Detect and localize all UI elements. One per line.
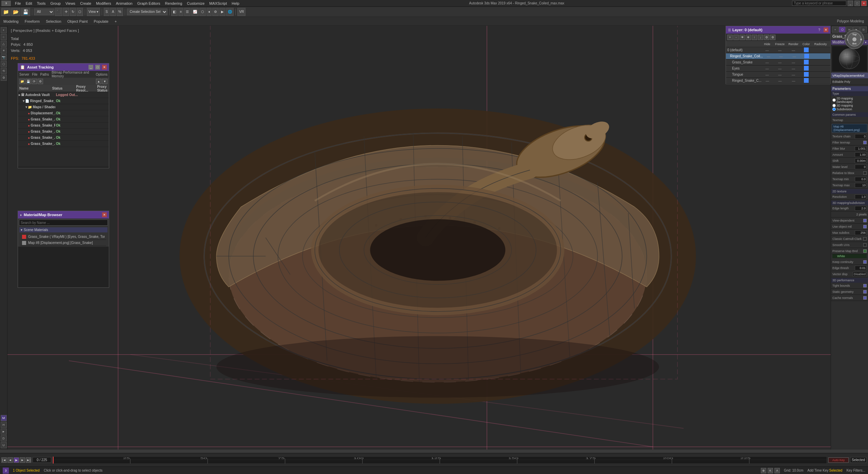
ribbon-selection[interactable]: Selection: [44, 19, 63, 24]
frame-counter[interactable]: 0 / 225: [33, 457, 51, 463]
asset-menu-paths[interactable]: Paths: [40, 73, 49, 76]
asset-menu-file[interactable]: File: [32, 73, 37, 76]
menu-modifiers[interactable]: Modifiers: [94, 1, 113, 6]
asset-menu-bitmap[interactable]: Bitmap Performance and Memory: [52, 71, 93, 78]
render-btn[interactable]: ▶: [219, 8, 225, 16]
menu-file[interactable]: File: [13, 1, 23, 6]
layer-row-ringed[interactable]: Ringed_Snake_C... — — —: [726, 78, 830, 84]
asset-add-btn[interactable]: 📁: [19, 79, 25, 84]
menu-help[interactable]: Help: [230, 1, 241, 6]
tab-create[interactable]: +: [832, 26, 839, 33]
prev-frame-btn[interactable]: ◄: [7, 457, 13, 463]
table-row[interactable]: ■ Grass_Snake_... Ok: [18, 129, 109, 135]
maximize-btn[interactable]: □: [854, 1, 860, 6]
sidebar-icon-display[interactable]: D: [1, 435, 7, 441]
scene-materials-section[interactable]: ▾ Scene Materials: [19, 227, 107, 232]
view-dep-check[interactable]: [863, 219, 867, 222]
table-row[interactable]: ■ Grass_Snake_F... Ok: [18, 122, 109, 129]
asset-scroll-down[interactable]: ▼: [102, 79, 107, 84]
type-3d-label[interactable]: 3D mapping: [832, 104, 867, 107]
max-subdivs-value[interactable]: 256: [855, 230, 867, 235]
layer-hide-btn[interactable]: 👁: [739, 35, 745, 40]
type-subdiv-radio[interactable]: [832, 108, 836, 111]
ribbon-object-paint[interactable]: Object Paint: [65, 19, 90, 24]
close-btn[interactable]: ✕: [861, 1, 867, 6]
asset-refresh-btn[interactable]: ⟳: [32, 79, 37, 84]
asset-settings-btn[interactable]: ⚙: [38, 79, 43, 84]
layer-row-snake[interactable]: Ringed_Snake_Coil... — — —: [726, 53, 830, 59]
panel-resize-handle[interactable]: [18, 167, 109, 168]
move-btn[interactable]: ✛: [63, 8, 69, 16]
layer-row-default[interactable]: 0 (default) — — —: [726, 47, 830, 53]
menu-customize[interactable]: Customize: [185, 1, 206, 6]
menu-edit[interactable]: Edit: [24, 1, 34, 6]
sidebar-icon-shapes[interactable]: △: [1, 41, 7, 47]
asset-panel-close[interactable]: ✕: [102, 65, 107, 70]
asset-tracking-titlebar[interactable]: 📋 Asset Tracking _ □ ✕: [18, 63, 109, 71]
schematic-btn[interactable]: ⬡: [199, 8, 206, 16]
ribbon-modeling[interactable]: Modeling: [1, 19, 21, 24]
type-2d-label[interactable]: 2D mapping (landscape): [832, 97, 867, 103]
menu-graph-editors[interactable]: Graph Editors: [135, 1, 162, 6]
filter-blur-value[interactable]: 1.001: [855, 146, 867, 151]
map-ref[interactable]: Map #8 (Displacement.png): [832, 124, 867, 133]
layer-settings2[interactable]: ⚙: [770, 35, 775, 40]
ribbon-more[interactable]: +: [113, 19, 119, 24]
layer-panel-titlebar[interactable]: ☰ Layer: 0 (default) ? ✕: [726, 26, 830, 34]
menu-group[interactable]: Group: [48, 1, 63, 6]
edge-thresh-value[interactable]: 0.01: [855, 266, 867, 270]
selection-mode-dropdown[interactable]: All: [34, 8, 54, 15]
sidebar-icon-hierarchy[interactable]: H: [1, 422, 7, 428]
texmap-min-value[interactable]: 0.0: [855, 177, 867, 182]
asset-menu-server[interactable]: Server: [19, 73, 29, 76]
viewport[interactable]: [ Perspective ] [Realistic + Edged Faces…: [7, 26, 868, 450]
asset-save-btn[interactable]: 💾: [25, 79, 31, 84]
minimize-btn[interactable]: _: [848, 1, 853, 6]
align-btn[interactable]: ≡: [178, 8, 184, 16]
layer-panel-close[interactable]: ✕: [824, 27, 828, 32]
preserve-map-check[interactable]: [863, 249, 867, 253]
type-2d-radio[interactable]: [832, 98, 836, 102]
material-item-grass[interactable]: Grass_Snake ( VRayMtl ) [Eyes, Grass_Sna…: [21, 234, 106, 240]
layer-add-btn[interactable]: +: [727, 35, 733, 40]
table-row[interactable]: ■ Grass_Snake_... Ok: [18, 135, 109, 141]
layer-btn[interactable]: ☰: [184, 8, 191, 16]
next-frame-btn[interactable]: ►: [20, 457, 25, 463]
curve-editor-btn[interactable]: 📈: [191, 8, 199, 16]
material-browser-titlebar[interactable]: ♦ Material/Map Browser ✕: [18, 211, 109, 219]
tight-bounds-check[interactable]: [863, 284, 867, 287]
nav-gizmo[interactable]: Top Bot L R: [844, 29, 865, 50]
layer-help-btn[interactable]: ?: [818, 28, 820, 32]
sidebar-icon-cameras[interactable]: 📷: [1, 54, 7, 60]
key-filters-btn[interactable]: Key Filters...: [846, 469, 865, 472]
percent-snap[interactable]: %: [117, 8, 123, 16]
scale-btn[interactable]: ⬡: [77, 8, 83, 16]
texmap-max-value[interactable]: 10: [855, 183, 867, 188]
sidebar-icon-systems[interactable]: ⚙: [1, 75, 7, 81]
asset-panel-restore[interactable]: □: [95, 65, 100, 70]
ribbon-freeform[interactable]: Freeform: [23, 19, 42, 24]
toolbar-new[interactable]: 📁: [1, 8, 11, 16]
sidebar-icon-create[interactable]: +: [1, 27, 7, 33]
asset-menu-options[interactable]: Options: [96, 73, 107, 76]
sidebar-icon-lights[interactable]: ☀: [1, 48, 7, 54]
keep-cont-check[interactable]: [863, 260, 867, 264]
cache-normals-check[interactable]: [863, 296, 867, 300]
layer-row-tongue[interactable]: Tongue — — —: [726, 72, 830, 78]
sidebar-icon-modify[interactable]: M: [1, 415, 7, 421]
menu-create[interactable]: Create: [78, 1, 93, 6]
layer-freeze-btn[interactable]: ❄: [746, 35, 751, 40]
asset-panel-minimize[interactable]: _: [88, 65, 93, 70]
toolbar-open[interactable]: 📂: [11, 8, 20, 16]
modifier-vray-disp[interactable]: VRayDisplacementMod: [831, 73, 868, 79]
auto-key-btn[interactable]: Auto Key: [828, 457, 849, 463]
sidebar-icon-utilities[interactable]: U: [1, 442, 7, 448]
filter-texmap-check[interactable]: [863, 141, 867, 144]
resolution-value[interactable]: 1.0: [855, 194, 867, 199]
ribbon-populate[interactable]: Populate: [92, 19, 110, 24]
play-btn[interactable]: ▶: [14, 457, 19, 463]
go-to-end-btn[interactable]: ►|: [26, 457, 31, 463]
anim-mode-btn[interactable]: A: [774, 468, 780, 473]
table-row[interactable]: ▾📁 Maps / Shaders: [18, 104, 109, 110]
water-level-value[interactable]: 0: [855, 165, 867, 169]
